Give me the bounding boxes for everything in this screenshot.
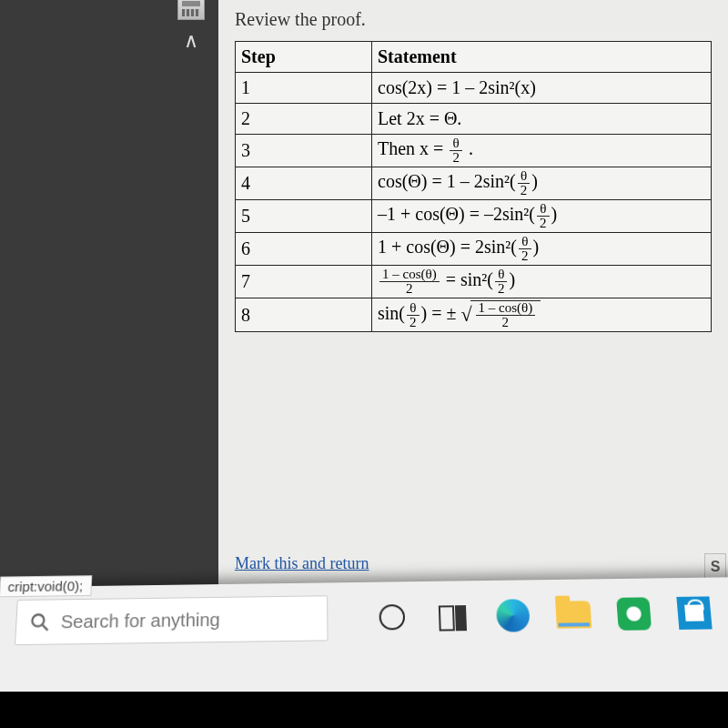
header-step: Step	[236, 42, 372, 73]
statement-cell: cos(Θ) = 1 – 2sin²(θ2)	[372, 167, 712, 200]
statement-cell: cos(2x) = 1 – 2sin²(x)	[372, 73, 712, 104]
file-explorer-icon[interactable]	[554, 595, 593, 634]
header-statement: Statement	[372, 42, 712, 73]
statement-cell: 1 + cos(Θ) = 2sin²(θ2)	[372, 233, 712, 266]
step-cell: 5	[236, 200, 372, 233]
search-icon	[29, 612, 50, 632]
desktop-taskbar-area: cript:void(0); Search for anything	[0, 573, 728, 728]
step-cell: 8	[236, 298, 372, 332]
search-box[interactable]: Search for anything	[15, 595, 329, 645]
edge-browser-icon[interactable]	[494, 596, 532, 635]
proof-table: Step Statement 1 cos(2x) = 1 – 2sin²(x) …	[235, 41, 712, 332]
collapse-up-icon[interactable]: ∧	[184, 29, 198, 53]
instruction-text: Review the proof.	[235, 9, 712, 30]
step-cell: 7	[236, 266, 372, 298]
statement-cell: sin(θ2) = ± √1 – cos(θ)2	[372, 298, 712, 332]
cortana-circle-icon[interactable]	[373, 598, 410, 637]
statement-cell: Let 2x = Θ.	[372, 104, 712, 135]
calculator-icon[interactable]	[177, 0, 205, 20]
svg-line-1	[42, 624, 48, 631]
statement-cell: –1 + cos(Θ) = –2sin²(θ2)	[372, 200, 712, 233]
content-pane: Review the proof. Step Statement 1 cos(2…	[218, 0, 728, 601]
step-cell: 2	[236, 104, 372, 135]
step-cell: 6	[236, 233, 372, 266]
step-cell: 4	[236, 167, 372, 200]
statement-cell: Then x = θ2 .	[372, 135, 712, 167]
task-view-icon[interactable]	[434, 597, 472, 636]
microsoft-store-icon[interactable]	[674, 593, 714, 632]
green-app-icon[interactable]	[614, 594, 653, 633]
search-placeholder: Search for anything	[60, 609, 220, 632]
step-cell: 3	[236, 135, 372, 167]
mark-and-return-link[interactable]: Mark this and return	[235, 554, 369, 573]
link-tooltip: cript:void(0);	[0, 575, 92, 597]
step-cell: 1	[236, 73, 372, 104]
laptop-keyboard-edge	[0, 692, 728, 728]
statement-cell: 1 – cos(θ)2 = sin²(θ2)	[372, 266, 712, 298]
